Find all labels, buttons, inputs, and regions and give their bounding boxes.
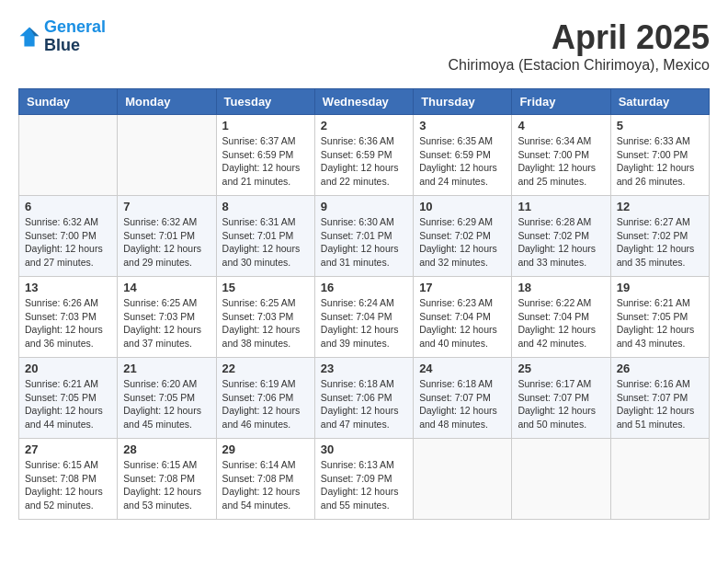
day-info: Sunrise: 6:22 AM Sunset: 7:04 PM Dayligh… [518, 296, 604, 350]
day-info: Sunrise: 6:37 AM Sunset: 6:59 PM Dayligh… [222, 134, 309, 189]
calendar-cell: 5Sunrise: 6:33 AM Sunset: 7:00 PM Daylig… [610, 115, 709, 196]
calendar-cell: 10Sunrise: 6:29 AM Sunset: 7:02 PM Dayli… [414, 196, 512, 277]
calendar-cell: 26Sunrise: 6:16 AM Sunset: 7:07 PM Dayli… [610, 358, 709, 439]
day-info: Sunrise: 6:18 AM Sunset: 7:06 PM Dayligh… [321, 377, 407, 431]
day-number: 23 [321, 362, 407, 375]
day-info: Sunrise: 6:32 AM Sunset: 7:01 PM Dayligh… [123, 215, 210, 270]
calendar-cell: 8Sunrise: 6:31 AM Sunset: 7:01 PM Daylig… [216, 196, 314, 277]
day-info: Sunrise: 6:21 AM Sunset: 7:05 PM Dayligh… [617, 296, 703, 350]
day-info: Sunrise: 6:15 AM Sunset: 7:08 PM Dayligh… [123, 458, 210, 512]
day-number: 25 [518, 362, 604, 375]
title-block: April 2025 Chirimoya (Estacion Chirimoya… [448, 18, 710, 74]
day-info: Sunrise: 6:25 AM Sunset: 7:03 PM Dayligh… [222, 296, 309, 350]
day-info: Sunrise: 6:28 AM Sunset: 7:02 PM Dayligh… [518, 215, 604, 270]
day-info: Sunrise: 6:27 AM Sunset: 7:02 PM Dayligh… [617, 215, 703, 270]
day-number: 6 [25, 200, 111, 213]
calendar-cell: 14Sunrise: 6:25 AM Sunset: 7:03 PM Dayli… [118, 277, 216, 358]
day-info: Sunrise: 6:15 AM Sunset: 7:08 PM Dayligh… [25, 458, 111, 512]
calendar-table: SundayMondayTuesdayWednesdayThursdayFrid… [18, 88, 710, 520]
page-header: General Blue April 2025 Chirimoya (Estac… [18, 18, 710, 74]
calendar-cell: 27Sunrise: 6:15 AM Sunset: 7:08 PM Dayli… [19, 439, 118, 520]
day-number: 3 [419, 119, 506, 132]
weekday-header-saturday: Saturday [610, 89, 709, 115]
day-info: Sunrise: 6:24 AM Sunset: 7:04 PM Dayligh… [321, 296, 407, 350]
day-number: 30 [321, 442, 407, 456]
calendar-cell: 17Sunrise: 6:23 AM Sunset: 7:04 PM Dayli… [414, 277, 512, 358]
week-row-4: 20Sunrise: 6:21 AM Sunset: 7:05 PM Dayli… [19, 358, 710, 439]
calendar-cell: 9Sunrise: 6:30 AM Sunset: 7:01 PM Daylig… [314, 196, 413, 277]
weekday-header-friday: Friday [512, 89, 610, 115]
day-number: 8 [222, 200, 309, 213]
week-row-3: 13Sunrise: 6:26 AM Sunset: 7:03 PM Dayli… [19, 277, 710, 358]
svg-marker-0 [20, 27, 40, 46]
day-number: 13 [25, 281, 111, 294]
calendar-cell: 20Sunrise: 6:21 AM Sunset: 7:05 PM Dayli… [19, 358, 118, 439]
day-info: Sunrise: 6:35 AM Sunset: 6:59 PM Dayligh… [419, 134, 506, 189]
calendar-cell: 21Sunrise: 6:20 AM Sunset: 7:05 PM Dayli… [118, 358, 216, 439]
calendar-cell: 19Sunrise: 6:21 AM Sunset: 7:05 PM Dayli… [610, 277, 709, 358]
day-number: 22 [222, 362, 309, 375]
weekday-header-sunday: Sunday [19, 89, 118, 115]
calendar-cell [414, 439, 512, 520]
day-number: 15 [222, 281, 309, 294]
day-number: 17 [419, 281, 506, 294]
calendar-cell: 25Sunrise: 6:17 AM Sunset: 7:07 PM Dayli… [512, 358, 610, 439]
day-number: 24 [419, 362, 506, 375]
day-number: 12 [617, 200, 703, 213]
calendar-cell: 18Sunrise: 6:22 AM Sunset: 7:04 PM Dayli… [512, 277, 610, 358]
day-number: 14 [123, 281, 210, 294]
day-info: Sunrise: 6:13 AM Sunset: 7:09 PM Dayligh… [321, 458, 407, 512]
week-row-2: 6Sunrise: 6:32 AM Sunset: 7:00 PM Daylig… [19, 196, 710, 277]
calendar-cell: 13Sunrise: 6:26 AM Sunset: 7:03 PM Dayli… [19, 277, 118, 358]
week-row-5: 27Sunrise: 6:15 AM Sunset: 7:08 PM Dayli… [19, 439, 710, 520]
day-info: Sunrise: 6:17 AM Sunset: 7:07 PM Dayligh… [518, 377, 604, 431]
day-number: 29 [222, 442, 309, 456]
calendar-cell: 4Sunrise: 6:34 AM Sunset: 7:00 PM Daylig… [512, 115, 610, 196]
weekday-header-wednesday: Wednesday [314, 89, 413, 115]
calendar-cell: 16Sunrise: 6:24 AM Sunset: 7:04 PM Dayli… [314, 277, 413, 358]
calendar-cell [610, 439, 709, 520]
weekday-header-tuesday: Tuesday [216, 89, 314, 115]
day-info: Sunrise: 6:36 AM Sunset: 6:59 PM Dayligh… [321, 134, 407, 189]
day-info: Sunrise: 6:32 AM Sunset: 7:00 PM Dayligh… [25, 215, 111, 270]
day-info: Sunrise: 6:19 AM Sunset: 7:06 PM Dayligh… [222, 377, 309, 431]
day-info: Sunrise: 6:33 AM Sunset: 7:00 PM Dayligh… [617, 134, 703, 189]
day-number: 2 [321, 119, 407, 132]
day-number: 4 [518, 119, 604, 132]
day-number: 10 [419, 200, 506, 213]
weekday-header-monday: Monday [118, 89, 216, 115]
day-info: Sunrise: 6:16 AM Sunset: 7:07 PM Dayligh… [617, 377, 703, 431]
day-info: Sunrise: 6:18 AM Sunset: 7:07 PM Dayligh… [419, 377, 506, 431]
weekday-header-thursday: Thursday [414, 89, 512, 115]
day-number: 27 [25, 442, 111, 456]
day-info: Sunrise: 6:31 AM Sunset: 7:01 PM Dayligh… [222, 215, 309, 270]
calendar-cell: 23Sunrise: 6:18 AM Sunset: 7:06 PM Dayli… [314, 358, 413, 439]
day-number: 11 [518, 200, 604, 213]
day-info: Sunrise: 6:20 AM Sunset: 7:05 PM Dayligh… [123, 377, 210, 431]
calendar-cell: 29Sunrise: 6:14 AM Sunset: 7:08 PM Dayli… [216, 439, 314, 520]
day-number: 18 [518, 281, 604, 294]
weekday-header-row: SundayMondayTuesdayWednesdayThursdayFrid… [19, 89, 710, 115]
day-number: 20 [25, 362, 111, 375]
day-info: Sunrise: 6:34 AM Sunset: 7:00 PM Dayligh… [518, 134, 604, 189]
calendar-cell [118, 115, 216, 196]
calendar-cell: 3Sunrise: 6:35 AM Sunset: 6:59 PM Daylig… [414, 115, 512, 196]
calendar-cell: 1Sunrise: 6:37 AM Sunset: 6:59 PM Daylig… [216, 115, 314, 196]
day-info: Sunrise: 6:21 AM Sunset: 7:05 PM Dayligh… [25, 377, 111, 431]
calendar-cell: 2Sunrise: 6:36 AM Sunset: 6:59 PM Daylig… [314, 115, 413, 196]
day-info: Sunrise: 6:29 AM Sunset: 7:02 PM Dayligh… [419, 215, 506, 270]
calendar-cell: 30Sunrise: 6:13 AM Sunset: 7:09 PM Dayli… [314, 439, 413, 520]
day-number: 7 [123, 200, 210, 213]
logo-text: General Blue [44, 18, 106, 55]
calendar-cell: 12Sunrise: 6:27 AM Sunset: 7:02 PM Dayli… [610, 196, 709, 277]
day-number: 28 [123, 442, 210, 456]
calendar-cell: 11Sunrise: 6:28 AM Sunset: 7:02 PM Dayli… [512, 196, 610, 277]
day-info: Sunrise: 6:23 AM Sunset: 7:04 PM Dayligh… [419, 296, 506, 350]
day-info: Sunrise: 6:25 AM Sunset: 7:03 PM Dayligh… [123, 296, 210, 350]
calendar-cell [512, 439, 610, 520]
calendar-cell: 22Sunrise: 6:19 AM Sunset: 7:06 PM Dayli… [216, 358, 314, 439]
calendar-cell: 6Sunrise: 6:32 AM Sunset: 7:00 PM Daylig… [19, 196, 118, 277]
calendar-cell: 28Sunrise: 6:15 AM Sunset: 7:08 PM Dayli… [118, 439, 216, 520]
day-number: 21 [123, 362, 210, 375]
location-title: Chirimoya (Estacion Chirimoya), Mexico [448, 57, 710, 74]
